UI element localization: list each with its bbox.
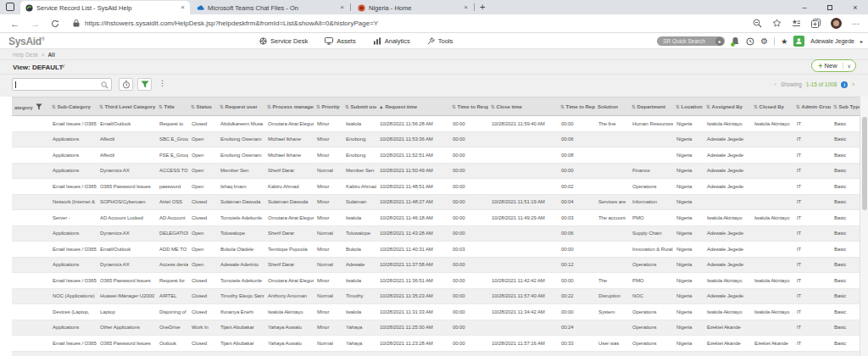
minimize-icon[interactable]: – [792,0,817,14]
col-header-close-time[interactable]: ⇅Close time [488,97,558,116]
cell-request-time: 10/28/2021 11:35:23 AM [376,288,449,304]
table-row[interactable]: Email Issues / O365O365 Password IssuesO… [12,336,860,352]
col-header-priority[interactable]: ⇅Priority [314,97,342,116]
favorites-bar-icon[interactable] [792,19,801,28]
cell-close-time [488,225,558,242]
restore-icon[interactable] [817,0,843,14]
menu-analytics[interactable]: Analytics [373,37,410,45]
app-bar-right: SR Quick Search ▸ ⚙ ★ Adewale Jegede ▸ [657,33,863,49]
table-row[interactable]: ApplicationsDynamics AXDELEGATIONOpenTol… [12,225,860,242]
table-row[interactable]: Email Issues / O365Email/OutlookADD ME T… [12,242,860,258]
col-header-process-manager[interactable]: ⇅Process manager [264,97,314,116]
col-header-request-time[interactable]: ▲Request time [376,97,449,116]
zoom-icon[interactable] [753,19,762,28]
chevron-down-icon[interactable]: ∨ [61,63,65,70]
col-header-closed-by[interactable]: ⇅Closed By [751,97,793,116]
new-button[interactable]: + New ∨ [811,59,856,72]
info-icon[interactable]: i [841,81,848,88]
cell-request-time: 10/28/2021 11:48:27 AM [376,194,449,210]
menu-tools[interactable]: Tools [427,37,453,45]
next-page-icon[interactable]: › [852,81,854,88]
cell-close-time [488,242,558,258]
col-header-location[interactable]: ⇅Location [673,97,704,116]
new-button-caret-icon[interactable]: ∨ [843,63,855,69]
sysaid-logo[interactable]: SysAid® [8,36,44,47]
timer-button[interactable] [119,78,133,91]
tab-teams-files[interactable]: Microsoft Teams Chat Files - On × [192,1,349,14]
filter-button[interactable] [137,78,152,91]
prev-page-icon[interactable]: ‹ [774,81,776,88]
col-header-category[interactable]: ategory [12,97,49,116]
cell-sub-type: Basic [831,304,860,320]
col-header-status[interactable]: ⇅Status [188,97,217,116]
close-icon[interactable]: × [843,0,868,14]
tab-nigeria-home[interactable]: Nigeria - Home × [353,1,473,14]
column-filter-icon[interactable] [36,103,42,110]
browser-profile-avatar[interactable] [831,18,842,29]
cell-time-to-repair: 00:12 [558,257,595,273]
breadcrumb-root[interactable]: Help Desk [13,52,38,58]
col-header-sub-category[interactable]: ⇅Sub-Category [49,97,97,116]
col-header-time-to-respond[interactable]: ⇅Time to Respond [449,97,488,116]
refresh-icon[interactable] [51,19,59,28]
url-text[interactable]: https://ihstowers.sysaidit.com/HelpDesk.… [85,19,378,27]
table-row[interactable]: ApplicationsAffectliSBC E_GroupOpenEnobo… [12,131,860,147]
scrollbar-thumb[interactable] [862,117,867,210]
col-header-department[interactable]: ⇅Department [629,97,673,116]
menu-assets[interactable]: Assets [325,37,356,45]
cell-request-user: Tomotele Adekunle [217,273,264,289]
tab-close-icon[interactable]: × [181,4,185,11]
vertical-scrollbar[interactable] [860,97,868,356]
col-header-third-level-category[interactable]: ⇅Third Level Category [97,97,156,116]
col-header-title[interactable]: ⇅Title [156,97,188,116]
user-avatar[interactable] [793,36,804,47]
cell-department: Operations [629,336,673,352]
tab-service-record-list[interactable]: Service Record List - SysAid Help × [20,1,190,14]
table-row[interactable]: Network (Internet &SOPHOS/CyberoamAirtel… [12,194,860,210]
favorite-star-icon[interactable] [772,19,782,28]
more-options-icon[interactable]: ⋮ [159,79,166,87]
new-tab-icon[interactable]: + [480,2,485,12]
table-row[interactable]: NOC (Applications)Huawei iManager U2000A… [12,288,860,304]
col-header-admin-group[interactable]: ⇅Admin Group [793,97,831,116]
search-icon[interactable] [101,81,108,89]
col-header-time-to-repair[interactable]: ⇅Time to Repair [558,97,595,116]
table-row[interactable]: ApplicationsOther ApplicationsOneDriveWo… [12,320,860,336]
table-row[interactable]: Devices (Laptop,LaptopDisjoining ofClose… [12,304,860,320]
search-input[interactable] [12,78,112,91]
user-menu-caret-icon[interactable]: ▸ [860,38,863,44]
sr-quick-search[interactable]: SR Quick Search ▸ [657,36,725,46]
settings-gear-icon[interactable]: ⚙ [760,36,768,46]
collections-icon[interactable] [811,19,821,28]
col-header-assigned-by[interactable]: ⇅Assigned By [704,97,751,116]
col-header-submit-user[interactable]: ⇅Submit user [342,97,376,116]
cell-request-user: Tomotele Adekunle [217,210,264,226]
table-row[interactable]: ApplicationsDynamics AXAccess denialOpen… [12,257,860,273]
col-header-solution[interactable]: Solution [595,97,629,116]
favorites-star-icon[interactable]: ★ [781,37,787,46]
cell-priority: Normal [314,163,342,179]
table-row[interactable]: ApplicationsAffectliFSE E_GroupOpenEnobo… [12,147,860,164]
cell-process-manager: Temitope Popoola [264,242,314,258]
table-row[interactable]: ApplicationsDynamics AXACCESS TOOpenMemb… [12,163,860,179]
user-name[interactable]: Adewale Jegede [810,38,854,44]
notifications-icon[interactable] [731,36,740,47]
table-row[interactable]: Email Issues / O365O365 Password Issuesp… [12,179,860,195]
forward-icon[interactable]: → [31,19,40,29]
table-row[interactable]: Email Issues / O365O365 Password IssuesR… [12,273,860,289]
history-clock-icon[interactable] [746,37,754,46]
col-header-request-user[interactable]: ⇅Request user [217,97,264,116]
col-header-sub-type[interactable]: ⇅Sub Type [831,97,860,116]
tab-close-icon[interactable]: × [340,4,344,11]
tab-close-icon[interactable]: × [464,4,468,11]
quick-search-go-icon[interactable]: ▸ [715,37,724,46]
browser-menu-icon[interactable]: ⋯ [852,19,860,28]
cell-solution [595,257,629,273]
cell-priority: Normal [314,336,342,352]
view-selector[interactable]: View: DEFAULT [13,64,63,71]
menu-service-desk[interactable]: Service Desk [259,37,308,45]
back-icon[interactable]: ← [10,19,19,29]
table-row[interactable]: Email Issues / O365Email/OutlookRequest … [12,116,860,132]
table-row[interactable]: Server -AD Account LockedAD AccountClose… [12,210,860,226]
cell-submit-user: Adewale [342,257,376,273]
